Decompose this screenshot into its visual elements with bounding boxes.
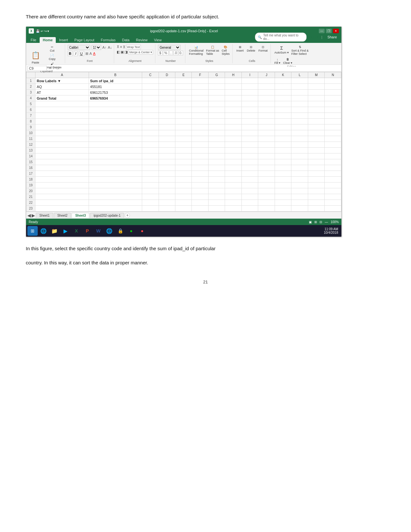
table-cell[interactable] [308, 188, 324, 194]
table-cell[interactable] [291, 101, 308, 107]
sheet-tab-sheet1[interactable]: Sheet1 [36, 213, 53, 218]
table-cell[interactable] [275, 153, 291, 159]
table-cell[interactable] [225, 159, 241, 165]
table-cell[interactable] [325, 194, 341, 200]
table-cell[interactable] [159, 194, 175, 200]
cell-styles-button[interactable]: 🎨 CellStyles [221, 45, 231, 56]
table-cell[interactable] [208, 84, 225, 90]
table-cell[interactable] [159, 101, 175, 107]
table-cell[interactable] [241, 119, 258, 124]
col-header-i[interactable]: I [241, 72, 258, 78]
table-cell[interactable] [35, 101, 89, 107]
table-cell[interactable] [208, 153, 225, 159]
table-cell[interactable] [159, 90, 175, 95]
increase-decimal-icon[interactable]: .0 [173, 51, 178, 55]
table-cell[interactable] [35, 182, 89, 188]
table-cell[interactable] [225, 177, 241, 182]
cell-reference-input[interactable] [27, 66, 47, 71]
table-cell[interactable] [225, 78, 241, 84]
table-cell[interactable] [258, 136, 275, 142]
table-cell[interactable] [258, 194, 275, 200]
table-cell[interactable] [142, 142, 159, 148]
table-cell[interactable] [35, 188, 89, 194]
table-cell[interactable] [175, 130, 192, 136]
table-cell[interactable] [89, 142, 142, 148]
underline-button[interactable]: U [79, 51, 84, 56]
table-cell[interactable] [159, 113, 175, 119]
table-cell[interactable] [258, 153, 275, 159]
format-as-table-button[interactable]: 📋 Format asTable [205, 45, 220, 56]
table-cell[interactable] [241, 194, 258, 200]
media-button[interactable]: ▶ [60, 226, 71, 236]
table-cell[interactable] [35, 165, 89, 171]
table-cell[interactable] [241, 182, 258, 188]
table-cell[interactable] [175, 113, 192, 119]
table-cell[interactable] [291, 171, 308, 177]
table-cell[interactable] [241, 171, 258, 177]
decrease-decimal-icon[interactable]: 0. [179, 51, 183, 55]
table-cell[interactable] [258, 171, 275, 177]
cut-button[interactable]: ✂ Cut [42, 45, 63, 53]
table-cell[interactable] [159, 124, 175, 130]
table-cell[interactable] [159, 188, 175, 194]
table-cell[interactable] [258, 119, 275, 124]
table-cell[interactable] [325, 84, 341, 90]
col-header-e[interactable]: E [175, 72, 192, 78]
file-explorer-button[interactable]: 📁 [49, 226, 60, 236]
security-button[interactable]: 🔒 [115, 226, 125, 236]
table-cell[interactable] [325, 153, 341, 159]
table-cell[interactable] [35, 107, 89, 113]
table-cell[interactable] [175, 177, 192, 182]
scroll-sheets-left[interactable]: ◀ [27, 213, 31, 218]
table-cell[interactable] [89, 194, 142, 200]
table-cell[interactable] [142, 107, 159, 113]
table-cell[interactable] [258, 165, 275, 171]
table-cell[interactable] [175, 194, 192, 200]
col-header-l[interactable]: L [291, 72, 308, 78]
table-cell[interactable] [308, 206, 324, 212]
table-cell[interactable] [35, 124, 89, 130]
table-cell[interactable] [142, 101, 159, 107]
table-cell[interactable] [35, 142, 89, 148]
table-cell[interactable]: Grand Total [35, 95, 89, 101]
table-cell[interactable] [241, 188, 258, 194]
table-cell[interactable] [192, 119, 208, 124]
row-header[interactable]: 22 [26, 200, 35, 206]
table-cell[interactable] [175, 188, 192, 194]
table-cell[interactable] [208, 142, 225, 148]
delete-cells-button[interactable]: ⊟ Delete [246, 45, 256, 53]
table-cell[interactable] [241, 84, 258, 90]
table-cell[interactable] [175, 136, 192, 142]
table-cell[interactable] [208, 182, 225, 188]
table-cell[interactable] [241, 90, 258, 95]
table-cell[interactable] [89, 101, 142, 107]
table-cell[interactable] [175, 107, 192, 113]
table-cell[interactable] [308, 159, 324, 165]
table-cell[interactable] [89, 113, 142, 119]
table-cell[interactable] [159, 148, 175, 153]
table-cell[interactable] [325, 148, 341, 153]
table-cell[interactable] [275, 119, 291, 124]
table-cell[interactable] [291, 136, 308, 142]
table-cell[interactable] [258, 177, 275, 182]
table-cell[interactable] [159, 200, 175, 206]
table-cell[interactable] [325, 130, 341, 136]
table-cell[interactable] [89, 200, 142, 206]
table-cell[interactable] [225, 90, 241, 95]
table-cell[interactable] [208, 90, 225, 95]
table-cell[interactable] [291, 130, 308, 136]
table-cell[interactable] [291, 119, 308, 124]
table-cell[interactable] [208, 177, 225, 182]
table-cell[interactable] [291, 113, 308, 119]
table-cell[interactable] [325, 142, 341, 148]
table-cell[interactable] [175, 95, 192, 101]
table-cell[interactable] [241, 206, 258, 212]
table-cell[interactable] [142, 177, 159, 182]
table-cell[interactable]: 696576934 [89, 95, 142, 101]
table-cell[interactable] [192, 113, 208, 119]
col-header-k[interactable]: K [275, 72, 291, 78]
table-cell[interactable] [308, 113, 324, 119]
table-cell[interactable] [192, 153, 208, 159]
table-cell[interactable] [89, 124, 142, 130]
table-cell[interactable] [291, 177, 308, 182]
